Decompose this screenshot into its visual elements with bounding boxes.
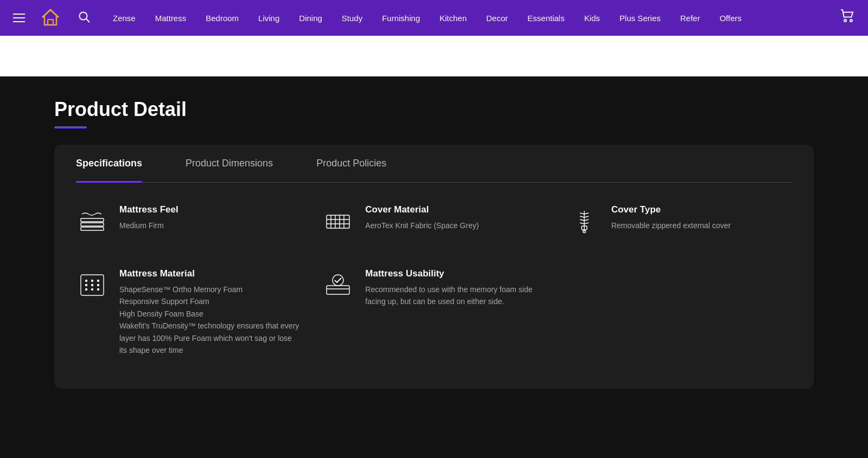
spec-value-cover-material: AeroTex Knit Fabric (Space Grey) (365, 220, 546, 231)
nav-link-study[interactable]: Study (332, 0, 372, 36)
svg-point-28 (92, 280, 93, 282)
nav-link-bedroom[interactable]: Bedroom (196, 0, 248, 36)
spec-item-cover-material: Cover Material AeroTex Knit Fabric (Spac… (322, 204, 546, 236)
svg-rect-36 (327, 286, 349, 294)
navbar: ZenseMattressBedroomLivingDiningStudyFur… (0, 0, 868, 36)
svg-point-35 (98, 289, 99, 291)
svg-point-34 (92, 289, 93, 291)
tabs-row: Specifications Product Dimensions Produc… (76, 145, 792, 183)
spec-label-cover-material: Cover Material (365, 204, 546, 215)
svg-point-27 (86, 280, 87, 282)
nav-link-mattress[interactable]: Mattress (145, 0, 196, 36)
nav-link-living[interactable]: Living (248, 0, 289, 36)
search-icon[interactable] (78, 11, 90, 25)
spec-value-cover-type: Removable zippered external cover (611, 220, 792, 231)
spec-item-mattress-feel: Mattress Feel Medium Firm (76, 204, 300, 236)
spec-grid: Mattress Feel Medium Firm (76, 204, 792, 356)
svg-point-29 (98, 280, 99, 282)
tab-specifications[interactable]: Specifications (76, 145, 142, 182)
svg-line-17 (580, 216, 584, 217)
cover-type-icon (568, 204, 601, 236)
spec-text-mattress-feel: Mattress Feel Medium Firm (119, 204, 300, 231)
svg-line-23 (584, 223, 589, 224)
section-title-wrap: Product Detail (0, 98, 868, 128)
mattress-feel-icon (76, 204, 108, 236)
svg-point-33 (86, 289, 87, 291)
logo-icon[interactable] (38, 5, 63, 30)
nav-link-refer[interactable]: Refer (671, 0, 710, 36)
svg-rect-0 (48, 20, 53, 25)
svg-point-3 (844, 20, 846, 22)
nav-link-dining[interactable]: Dining (289, 0, 332, 36)
spec-label-mattress-usability: Mattress Usability (365, 268, 546, 279)
svg-point-38 (333, 275, 343, 286)
nav-link-kitchen[interactable]: Kitchen (430, 0, 476, 36)
svg-point-4 (850, 20, 852, 22)
spec-item-mattress-usability: Mattress Usability Recommended to use wi… (322, 268, 546, 356)
tab-dimensions[interactable]: Product Dimensions (186, 145, 273, 182)
spec-label-mattress-material: Mattress Material (119, 268, 300, 279)
section-title: Product Detail (54, 98, 814, 121)
mattress-usability-icon (322, 268, 354, 300)
detail-card: Specifications Product Dimensions Produc… (54, 145, 814, 389)
svg-point-32 (98, 285, 99, 286)
hamburger-icon[interactable] (13, 14, 25, 22)
title-underline (54, 126, 87, 128)
nav-link-furnishing[interactable]: Furnishing (372, 0, 430, 36)
svg-line-20 (584, 213, 589, 214)
nav-link-decor[interactable]: Decor (476, 0, 518, 36)
nav-link-plus-series[interactable]: Plus Series (610, 0, 671, 36)
spec-text-mattress-material: Mattress Material ShapeSense™ Ortho Memo… (119, 268, 300, 356)
svg-rect-6 (81, 223, 104, 226)
cart-icon[interactable] (840, 9, 855, 27)
svg-point-30 (86, 285, 87, 286)
cover-material-icon (322, 204, 354, 236)
svg-line-18 (580, 220, 584, 221)
nav-links: ZenseMattressBedroomLivingDiningStudyFur… (103, 0, 840, 36)
spec-text-mattress-usability: Mattress Usability Recommended to use wi… (365, 268, 546, 308)
svg-line-16 (580, 213, 584, 214)
svg-line-22 (584, 220, 589, 221)
spec-value-mattress-material: ShapeSense™ Ortho Memory FoamResponsive … (119, 283, 300, 356)
svg-line-2 (86, 19, 90, 22)
spec-text-cover-material: Cover Material AeroTex Knit Fabric (Spac… (365, 204, 546, 231)
nav-link-offers[interactable]: Offers (710, 0, 751, 36)
spec-label-cover-type: Cover Type (611, 204, 792, 215)
spec-item-cover-type: Cover Type Removable zippered external c… (568, 204, 792, 236)
tab-policies[interactable]: Product Policies (316, 145, 386, 182)
svg-point-1 (80, 12, 87, 20)
mattress-material-icon (76, 268, 108, 300)
spec-label-mattress-feel: Mattress Feel (119, 204, 300, 215)
nav-link-kids[interactable]: Kids (575, 0, 610, 36)
product-detail-section: Product Detail Specifications Product Di… (0, 76, 868, 458)
svg-point-31 (92, 285, 93, 286)
nav-link-essentials[interactable]: Essentials (518, 0, 574, 36)
navbar-left (13, 5, 90, 30)
svg-rect-7 (81, 227, 104, 230)
svg-line-19 (580, 223, 584, 224)
spec-item-mattress-material: Mattress Material ShapeSense™ Ortho Memo… (76, 268, 300, 356)
spec-value-mattress-feel: Medium Firm (119, 220, 300, 231)
spec-text-cover-type: Cover Type Removable zippered external c… (611, 204, 792, 231)
svg-rect-5 (81, 218, 104, 222)
spec-value-mattress-usability: Recommended to use with the memory foam … (365, 283, 546, 308)
white-band (0, 36, 868, 76)
svg-line-21 (584, 216, 589, 217)
svg-rect-8 (327, 215, 349, 228)
nav-link-zense[interactable]: Zense (103, 0, 145, 36)
